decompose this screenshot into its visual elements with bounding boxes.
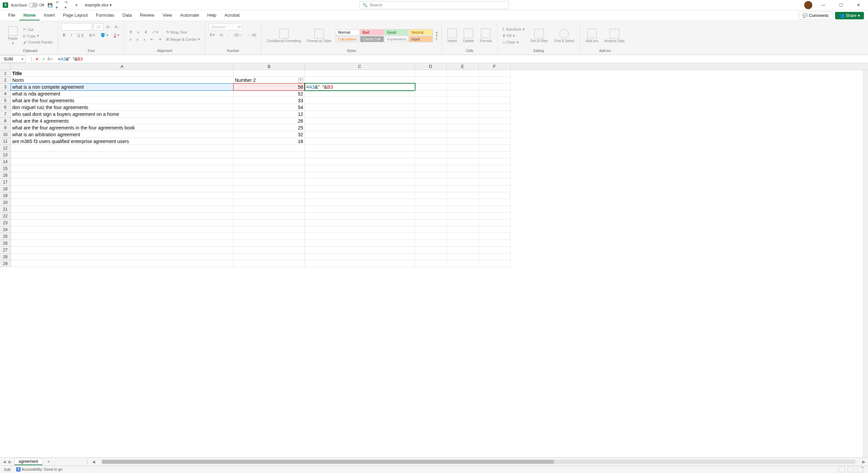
cell-F2[interactable] bbox=[479, 77, 511, 84]
cell-D29[interactable] bbox=[415, 260, 447, 267]
cell-D1[interactable] bbox=[415, 70, 447, 77]
clear-button[interactable]: ◇ Clear ▾ bbox=[501, 39, 526, 45]
cell-B22[interactable] bbox=[234, 213, 305, 220]
tab-home[interactable]: Home bbox=[19, 11, 40, 20]
cell-E28[interactable] bbox=[447, 253, 479, 260]
cell-F7[interactable] bbox=[479, 111, 511, 118]
cell-A22[interactable] bbox=[11, 213, 234, 220]
cell-F1[interactable] bbox=[479, 70, 511, 77]
tab-review[interactable]: Review bbox=[136, 11, 159, 20]
cell-E8[interactable] bbox=[447, 118, 479, 124]
row-header-15[interactable]: 15 bbox=[0, 165, 11, 172]
cell-E3[interactable] bbox=[447, 84, 479, 90]
column-header-F[interactable]: F bbox=[479, 63, 511, 70]
cell-A29[interactable] bbox=[11, 260, 234, 267]
row-header-19[interactable]: 19 bbox=[0, 192, 11, 199]
vertical-scrollbar[interactable] bbox=[863, 70, 868, 457]
orientation-button[interactable]: ⤢ ▾ bbox=[151, 29, 160, 35]
align-left-button[interactable]: ≡ bbox=[128, 36, 133, 42]
cell-C10[interactable] bbox=[305, 131, 415, 138]
cell-A23[interactable] bbox=[11, 220, 234, 226]
cell-C27[interactable] bbox=[305, 247, 415, 253]
row-header-29[interactable]: 29 bbox=[0, 260, 11, 267]
minimize-button[interactable]: — bbox=[816, 1, 830, 9]
cut-button[interactable]: ✂ Cut bbox=[22, 27, 54, 32]
cell-F9[interactable] bbox=[479, 124, 511, 131]
align-middle-button[interactable]: ≡ bbox=[136, 29, 141, 35]
cell-C29[interactable] bbox=[305, 260, 415, 267]
cell-E10[interactable] bbox=[447, 131, 479, 138]
row-header-24[interactable]: 24 bbox=[0, 226, 11, 233]
cell-E26[interactable] bbox=[447, 240, 479, 247]
cell-B13[interactable] bbox=[234, 152, 305, 158]
cell-D21[interactable] bbox=[415, 206, 447, 213]
currency-button[interactable]: $ ▾ bbox=[208, 32, 216, 38]
cell-A14[interactable] bbox=[11, 158, 234, 165]
cell-C19[interactable] bbox=[305, 192, 415, 199]
cell-C24[interactable] bbox=[305, 226, 415, 233]
cell-D4[interactable] bbox=[415, 90, 447, 97]
hscroll-right[interactable]: ▶ bbox=[862, 459, 865, 464]
cell-C6[interactable] bbox=[305, 104, 415, 111]
analyze-data-button[interactable]: Analyze Data bbox=[602, 28, 626, 43]
cell-B10[interactable]: 32 bbox=[234, 131, 305, 138]
cell-A27[interactable] bbox=[11, 247, 234, 253]
styles-scroll-up[interactable]: ▲ bbox=[435, 31, 438, 34]
cell-C18[interactable] bbox=[305, 186, 415, 192]
decrease-indent-button[interactable]: ⇤ bbox=[149, 36, 155, 42]
cell-C14[interactable] bbox=[305, 158, 415, 165]
row-header-2[interactable]: 2 bbox=[0, 77, 11, 84]
cell-C11[interactable] bbox=[305, 138, 415, 145]
cell-B5[interactable]: 33 bbox=[234, 97, 305, 104]
cell-B15[interactable] bbox=[234, 165, 305, 172]
tab-page-layout[interactable]: Page Layout bbox=[59, 11, 92, 20]
cell-F26[interactable] bbox=[479, 240, 511, 247]
cell-F17[interactable] bbox=[479, 179, 511, 186]
cell-C15[interactable] bbox=[305, 165, 415, 172]
row-header-11[interactable]: 11 bbox=[0, 138, 11, 145]
row-header-12[interactable]: 12 bbox=[0, 145, 11, 152]
cell-D25[interactable] bbox=[415, 233, 447, 240]
italic-button[interactable]: I bbox=[70, 32, 73, 38]
qat-dropdown-icon[interactable]: ▾ bbox=[73, 2, 79, 8]
cell-F10[interactable] bbox=[479, 131, 511, 138]
row-header-17[interactable]: 17 bbox=[0, 179, 11, 186]
row-header-4[interactable]: 4 bbox=[0, 90, 11, 97]
increase-indent-button[interactable]: ⇥ bbox=[157, 36, 163, 42]
select-all-corner[interactable] bbox=[0, 63, 11, 70]
cell-E25[interactable] bbox=[447, 233, 479, 240]
tab-data[interactable]: Data bbox=[118, 11, 136, 20]
column-header-A[interactable]: A bbox=[11, 63, 234, 70]
column-header-E[interactable]: E bbox=[447, 63, 479, 70]
undo-icon[interactable]: ↶ ▾ bbox=[56, 2, 62, 8]
cell-B8[interactable]: 26 bbox=[234, 118, 305, 124]
style-normal[interactable]: Normal bbox=[336, 29, 359, 35]
row-header-18[interactable]: 18 bbox=[0, 186, 11, 192]
cell-B23[interactable] bbox=[234, 220, 305, 226]
borders-button[interactable]: ⊞ ▾ bbox=[88, 32, 96, 38]
cell-A26[interactable] bbox=[11, 240, 234, 247]
align-center-button[interactable]: ≡ bbox=[135, 36, 140, 42]
row-header-9[interactable]: 9 bbox=[0, 124, 11, 131]
cell-A2[interactable]: Norm bbox=[11, 77, 234, 84]
cell-F20[interactable] bbox=[479, 199, 511, 206]
cell-C7[interactable] bbox=[305, 111, 415, 118]
cell-B9[interactable]: 25 bbox=[234, 124, 305, 131]
row-header-3[interactable]: 3 bbox=[0, 84, 11, 90]
cell-E11[interactable] bbox=[447, 138, 479, 145]
cell-A7[interactable]: who said dont sign a buyers agreement on… bbox=[11, 111, 234, 118]
cell-F19[interactable] bbox=[479, 192, 511, 199]
cell-E4[interactable] bbox=[447, 90, 479, 97]
user-avatar[interactable] bbox=[804, 1, 812, 9]
cell-F28[interactable] bbox=[479, 253, 511, 260]
column-header-B[interactable]: B bbox=[234, 63, 305, 70]
cell-B11[interactable]: 16 bbox=[234, 138, 305, 145]
filter-dropdown-icon[interactable]: ▼ bbox=[298, 78, 303, 83]
cell-E9[interactable] bbox=[447, 124, 479, 131]
cell-D22[interactable] bbox=[415, 213, 447, 220]
name-box[interactable]: SUM▾ bbox=[1, 55, 26, 63]
cell-B19[interactable] bbox=[234, 192, 305, 199]
cell-E6[interactable] bbox=[447, 104, 479, 111]
cell-A20[interactable] bbox=[11, 199, 234, 206]
cell-E21[interactable] bbox=[447, 206, 479, 213]
